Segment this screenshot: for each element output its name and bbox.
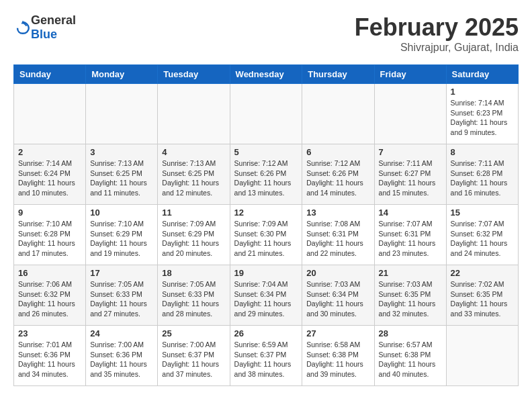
calendar-cell: 17Sunrise: 7:05 AM Sunset: 6:33 PM Dayli… [86, 265, 158, 326]
calendar-cell [230, 84, 302, 144]
calendar-cell: 7Sunrise: 7:11 AM Sunset: 6:27 PM Daylig… [374, 144, 446, 205]
calendar-cell: 27Sunrise: 6:58 AM Sunset: 6:38 PM Dayli… [302, 326, 374, 386]
day-number: 8 [451, 147, 514, 157]
location-subtitle: Shivrajpur, Gujarat, India [355, 42, 519, 54]
day-number: 22 [451, 268, 514, 278]
day-number: 15 [451, 208, 514, 218]
logo-general-text: General [31, 13, 76, 27]
day-info: Sunrise: 7:00 AM Sunset: 6:36 PM Dayligh… [90, 340, 153, 379]
calendar-week-row: 9Sunrise: 7:10 AM Sunset: 6:28 PM Daylig… [14, 205, 519, 265]
calendar-cell: 10Sunrise: 7:10 AM Sunset: 6:29 PM Dayli… [86, 205, 158, 265]
weekday-header-monday: Monday [86, 65, 158, 84]
day-number: 2 [18, 147, 81, 157]
day-info: Sunrise: 6:58 AM Sunset: 6:38 PM Dayligh… [306, 340, 369, 379]
calendar-cell [86, 84, 158, 144]
day-number: 10 [90, 208, 153, 218]
calendar-cell: 24Sunrise: 7:00 AM Sunset: 6:36 PM Dayli… [86, 326, 158, 386]
day-info: Sunrise: 7:07 AM Sunset: 6:31 PM Dayligh… [379, 219, 442, 259]
logo-blue-text: Blue [31, 28, 57, 41]
day-number: 20 [306, 268, 369, 278]
calendar-table: SundayMondayTuesdayWednesdayThursdayFrid… [13, 64, 519, 386]
calendar-cell: 28Sunrise: 6:57 AM Sunset: 6:38 PM Dayli… [374, 326, 446, 386]
day-info: Sunrise: 7:12 AM Sunset: 6:26 PM Dayligh… [306, 158, 369, 198]
weekday-header-saturday: Saturday [446, 65, 518, 84]
day-info: Sunrise: 7:05 AM Sunset: 6:33 PM Dayligh… [90, 279, 153, 319]
day-info: Sunrise: 7:07 AM Sunset: 6:32 PM Dayligh… [451, 219, 514, 259]
day-info: Sunrise: 7:13 AM Sunset: 6:25 PM Dayligh… [90, 158, 153, 198]
calendar-cell [14, 84, 86, 144]
logo-icon [15, 19, 31, 36]
weekday-header-thursday: Thursday [302, 65, 374, 84]
calendar-cell: 13Sunrise: 7:08 AM Sunset: 6:31 PM Dayli… [302, 205, 374, 265]
day-number: 12 [234, 208, 298, 218]
calendar-cell: 20Sunrise: 7:03 AM Sunset: 6:34 PM Dayli… [302, 265, 374, 326]
calendar-cell: 21Sunrise: 7:03 AM Sunset: 6:35 PM Dayli… [374, 265, 446, 326]
month-year-title: February 2025 [355, 13, 519, 42]
day-number: 25 [162, 328, 225, 338]
day-number: 3 [90, 147, 153, 157]
day-info: Sunrise: 6:57 AM Sunset: 6:38 PM Dayligh… [379, 340, 442, 379]
day-number: 17 [90, 268, 153, 278]
day-info: Sunrise: 6:59 AM Sunset: 6:37 PM Dayligh… [234, 340, 298, 379]
calendar-cell [374, 84, 446, 144]
calendar-week-row: 23Sunrise: 7:01 AM Sunset: 6:36 PM Dayli… [14, 326, 519, 386]
day-info: Sunrise: 7:11 AM Sunset: 6:28 PM Dayligh… [451, 158, 514, 198]
day-number: 13 [306, 208, 369, 218]
calendar-cell: 25Sunrise: 7:00 AM Sunset: 6:37 PM Dayli… [158, 326, 230, 386]
calendar-cell: 12Sunrise: 7:09 AM Sunset: 6:30 PM Dayli… [230, 205, 302, 265]
calendar-cell: 3Sunrise: 7:13 AM Sunset: 6:25 PM Daylig… [86, 144, 158, 205]
calendar-cell: 16Sunrise: 7:06 AM Sunset: 6:32 PM Dayli… [14, 265, 86, 326]
weekday-header-sunday: Sunday [14, 65, 86, 84]
day-number: 28 [379, 328, 442, 338]
day-number: 27 [306, 328, 369, 338]
day-info: Sunrise: 7:04 AM Sunset: 6:34 PM Dayligh… [234, 279, 298, 319]
day-number: 26 [234, 328, 298, 338]
day-number: 18 [162, 268, 225, 278]
calendar-cell: 2Sunrise: 7:14 AM Sunset: 6:24 PM Daylig… [14, 144, 86, 205]
day-number: 14 [379, 208, 442, 218]
calendar-cell [446, 326, 518, 386]
day-number: 11 [162, 208, 225, 218]
day-info: Sunrise: 7:14 AM Sunset: 6:24 PM Dayligh… [18, 158, 81, 198]
calendar-cell [158, 84, 230, 144]
header: General Blue February 2025 Shivrajpur, G… [13, 13, 519, 54]
day-number: 19 [234, 268, 298, 278]
day-number: 21 [379, 268, 442, 278]
calendar-cell: 14Sunrise: 7:07 AM Sunset: 6:31 PM Dayli… [374, 205, 446, 265]
day-info: Sunrise: 7:00 AM Sunset: 6:37 PM Dayligh… [162, 340, 225, 379]
day-number: 1 [451, 87, 514, 97]
calendar-cell: 23Sunrise: 7:01 AM Sunset: 6:36 PM Dayli… [14, 326, 86, 386]
logo: General Blue [13, 13, 76, 42]
day-info: Sunrise: 7:09 AM Sunset: 6:30 PM Dayligh… [234, 219, 298, 259]
day-info: Sunrise: 7:08 AM Sunset: 6:31 PM Dayligh… [306, 219, 369, 259]
calendar-cell: 4Sunrise: 7:13 AM Sunset: 6:25 PM Daylig… [158, 144, 230, 205]
day-info: Sunrise: 7:14 AM Sunset: 6:23 PM Dayligh… [451, 98, 514, 138]
calendar-cell: 9Sunrise: 7:10 AM Sunset: 6:28 PM Daylig… [14, 205, 86, 265]
day-info: Sunrise: 7:12 AM Sunset: 6:26 PM Dayligh… [234, 158, 298, 198]
title-section: February 2025 Shivrajpur, Gujarat, India [355, 13, 519, 54]
day-info: Sunrise: 7:03 AM Sunset: 6:34 PM Dayligh… [306, 279, 369, 319]
day-info: Sunrise: 7:02 AM Sunset: 6:35 PM Dayligh… [451, 279, 514, 319]
calendar-week-row: 16Sunrise: 7:06 AM Sunset: 6:32 PM Dayli… [14, 265, 519, 326]
day-number: 16 [18, 268, 81, 278]
calendar-cell: 1Sunrise: 7:14 AM Sunset: 6:23 PM Daylig… [446, 84, 518, 144]
calendar-cell: 19Sunrise: 7:04 AM Sunset: 6:34 PM Dayli… [230, 265, 302, 326]
weekday-header-friday: Friday [374, 65, 446, 84]
day-number: 24 [90, 328, 153, 338]
day-number: 6 [306, 147, 369, 157]
day-number: 4 [162, 147, 225, 157]
day-number: 5 [234, 147, 298, 157]
day-info: Sunrise: 7:01 AM Sunset: 6:36 PM Dayligh… [18, 340, 81, 379]
calendar-week-row: 1Sunrise: 7:14 AM Sunset: 6:23 PM Daylig… [14, 84, 519, 144]
calendar-cell: 26Sunrise: 6:59 AM Sunset: 6:37 PM Dayli… [230, 326, 302, 386]
day-info: Sunrise: 7:10 AM Sunset: 6:28 PM Dayligh… [18, 219, 81, 259]
day-info: Sunrise: 7:11 AM Sunset: 6:27 PM Dayligh… [379, 158, 442, 198]
calendar-cell: 22Sunrise: 7:02 AM Sunset: 6:35 PM Dayli… [446, 265, 518, 326]
calendar-cell: 18Sunrise: 7:05 AM Sunset: 6:33 PM Dayli… [158, 265, 230, 326]
weekday-header-row: SundayMondayTuesdayWednesdayThursdayFrid… [14, 65, 519, 84]
day-number: 23 [18, 328, 81, 338]
day-info: Sunrise: 7:10 AM Sunset: 6:29 PM Dayligh… [90, 219, 153, 259]
day-info: Sunrise: 7:05 AM Sunset: 6:33 PM Dayligh… [162, 279, 225, 319]
calendar-cell [302, 84, 374, 144]
weekday-header-wednesday: Wednesday [230, 65, 302, 84]
